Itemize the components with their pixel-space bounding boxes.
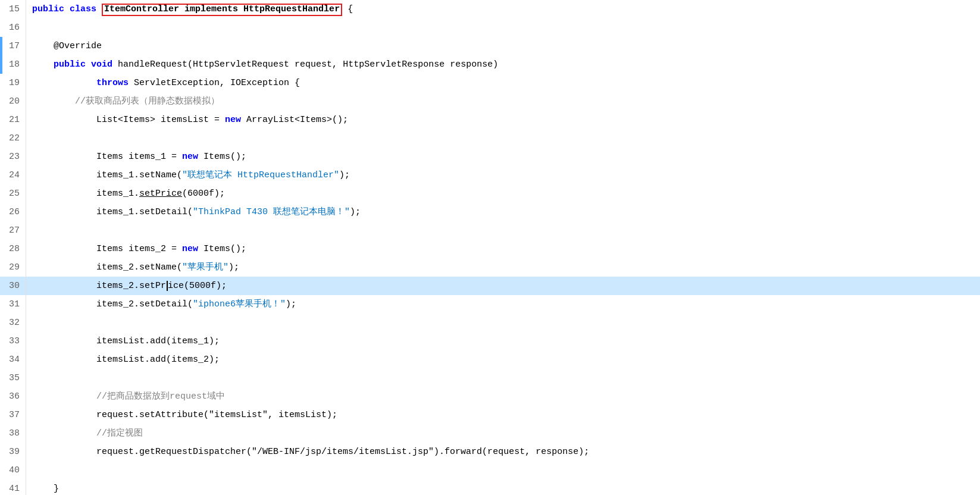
line-content: items_2.setPrice(5000f); <box>26 277 980 295</box>
line-number: 31 <box>2 295 26 314</box>
line-content: items_1.setDetail("ThinkPad T430 联想笔记本电脑… <box>26 203 980 221</box>
code-line: 23 Items items_1 = new Items(); <box>0 148 980 166</box>
code-line: 37 request.setAttribute("itemsList", ite… <box>0 406 980 424</box>
string-literal: "ThinkPad T430 联想笔记本电脑！" <box>193 207 350 217</box>
line-number: 37 <box>2 406 26 424</box>
line-number: 15 <box>2 0 26 18</box>
line-content: request.getRequestDispatcher("/WEB-INF/j… <box>26 443 980 461</box>
line-number: 38 <box>2 424 26 443</box>
line-number: 18 <box>2 55 26 74</box>
code-line: 41 } <box>0 480 980 495</box>
line-content: Items items_1 = new Items(); <box>26 148 980 166</box>
line-content: request.setAttribute("itemsList", itemsL… <box>26 406 980 424</box>
keyword-public: public <box>32 4 64 14</box>
code-editor: 15public class ItemController implements… <box>0 0 980 495</box>
code-line: 22 <box>0 129 980 148</box>
keyword-class: class <box>70 4 96 14</box>
line-content: //指定视图 <box>26 424 980 443</box>
code-line: 16 <box>0 18 980 37</box>
line-number: 21 <box>2 111 26 129</box>
line-content: items_2.setDetail("iphone6苹果手机！"); <box>26 295 980 314</box>
code-line: 35 <box>0 369 980 387</box>
line-number: 32 <box>2 314 26 332</box>
line-number: 41 <box>2 480 26 495</box>
code-line: 25 items_1.setPrice(6000f); <box>0 184 980 203</box>
line-number: 35 <box>2 369 26 387</box>
code-line: 18 public void handleRequest(HttpServlet… <box>0 55 980 74</box>
code-line: 24 items_1.setName("联想笔记本 HttpRequestHan… <box>0 166 980 184</box>
code-line: 29 items_2.setName("苹果手机"); <box>0 258 980 277</box>
code-line: 26 items_1.setDetail("ThinkPad T430 联想笔记… <box>0 203 980 221</box>
line-content: Items items_2 = new Items(); <box>26 240 980 258</box>
string-literal: "苹果手机" <box>182 262 228 272</box>
keyword: new <box>182 244 198 254</box>
line-content: //获取商品列表（用静态数据模拟） <box>26 92 980 111</box>
line-content: } <box>26 480 980 495</box>
code-line: 19 throws ServletException, IOException … <box>0 74 980 92</box>
line-content: itemsList.add(items_2); <box>26 350 980 369</box>
keyword: new <box>182 152 198 162</box>
line-content <box>26 314 980 332</box>
code-line: 21 List<Items> itemsList = new ArrayList… <box>0 111 980 129</box>
line-content: items_1.setPrice(6000f); <box>26 184 980 203</box>
keyword: new <box>225 115 241 125</box>
line-number: 27 <box>2 221 26 240</box>
line-number: 36 <box>2 387 26 406</box>
comment: //指定视图 <box>32 428 143 438</box>
line-content: List<Items> itemsList = new ArrayList<It… <box>26 111 980 129</box>
line-content: public class ItemController implements H… <box>26 0 980 18</box>
line-content <box>26 461 980 480</box>
code-line: 39 request.getRequestDispatcher("/WEB-IN… <box>0 443 980 461</box>
line-content: items_1.setName("联想笔记本 HttpRequestHandle… <box>26 166 980 184</box>
comment: //获取商品列表（用静态数据模拟） <box>32 96 220 106</box>
keyword: void <box>91 59 112 70</box>
line-content <box>26 221 980 240</box>
line-number: 17 <box>2 37 26 55</box>
code-line: 15public class ItemController implements… <box>0 0 980 18</box>
line-number: 30 <box>2 277 26 295</box>
line-content: throws ServletException, IOException { <box>26 74 980 92</box>
line-number: 25 <box>2 184 26 203</box>
code-line: 38 //指定视图 <box>0 424 980 443</box>
code-line: 34 itemsList.add(items_2); <box>0 350 980 369</box>
code-line: 31 items_2.setDetail("iphone6苹果手机！"); <box>0 295 980 314</box>
code-line: 30 items_2.setPrice(5000f); <box>0 277 980 295</box>
line-number: 20 <box>2 92 26 111</box>
line-content <box>26 129 980 148</box>
code-line: 36 //把商品数据放到request域中 <box>0 387 980 406</box>
line-number: 24 <box>2 166 26 184</box>
line-code: items_2.setPrice(5000f); <box>32 281 227 291</box>
code-line: 40 <box>0 461 980 480</box>
code-line: 27 <box>0 221 980 240</box>
comment: //把商品数据放到request域中 <box>32 391 225 402</box>
keyword: throws <box>96 78 129 88</box>
line-number: 39 <box>2 443 26 461</box>
class-declaration-box: ItemController implements HttpRequestHan… <box>102 4 342 16</box>
string-literal: "联想笔记本 HttpRequestHandler" <box>182 170 339 180</box>
line-content <box>26 369 980 387</box>
code-line: 17 @Override <box>0 37 980 55</box>
underlined-method: setPrice <box>139 189 182 199</box>
line-number: 22 <box>2 129 26 148</box>
keyword: public <box>54 59 86 70</box>
line-number: 29 <box>2 258 26 277</box>
line-number: 16 <box>2 18 26 37</box>
line-number: 26 <box>2 203 26 221</box>
code-line: 32 <box>0 314 980 332</box>
line-number: 40 <box>2 461 26 480</box>
line-number: 23 <box>2 148 26 166</box>
line-number: 34 <box>2 350 26 369</box>
line-content <box>26 18 980 37</box>
code-line: 20 //获取商品列表（用静态数据模拟） <box>0 92 980 111</box>
line-number: 28 <box>2 240 26 258</box>
code-line: 33 itemsList.add(items_1); <box>0 332 980 350</box>
line-content: public void handleRequest(HttpServletReq… <box>26 55 980 74</box>
string-literal: "iphone6苹果手机！" <box>193 299 286 309</box>
line-number: 33 <box>2 332 26 350</box>
line-number: 19 <box>2 74 26 92</box>
line-content: items_2.setName("苹果手机"); <box>26 258 980 277</box>
line-content: //把商品数据放到request域中 <box>26 387 980 406</box>
line-content: @Override <box>26 37 980 55</box>
code-line: 28 Items items_2 = new Items(); <box>0 240 980 258</box>
line-content: itemsList.add(items_1); <box>26 332 980 350</box>
